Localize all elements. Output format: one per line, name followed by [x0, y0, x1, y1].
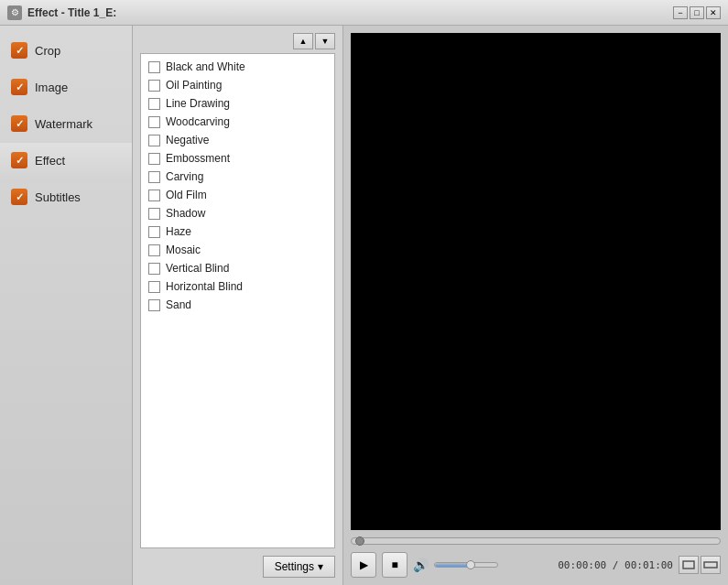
- effect-item-label: Woodcarving: [166, 115, 230, 128]
- title-bar: ⚙ Effect - Title 1_E: − □ ✕: [0, 0, 728, 26]
- image-label: Image: [35, 81, 68, 94]
- effect-item-label: Sand: [166, 298, 191, 311]
- sidebar-item-effect[interactable]: ✓ Effect: [0, 143, 132, 178]
- main-layout: ✓ Crop ✓ Image ✓ Watermark ✓ Effect ✓ Su…: [0, 26, 728, 585]
- effect-item-checkbox[interactable]: [148, 226, 160, 238]
- settings-button[interactable]: Settings ▾: [263, 556, 335, 578]
- effect-list-item[interactable]: Line Drawing: [141, 94, 334, 113]
- watermark-label: Watermark: [35, 117, 92, 131]
- sidebar-item-subtitles[interactable]: ✓ Subtitles: [0, 179, 132, 214]
- effect-item-checkbox[interactable]: [148, 281, 160, 293]
- effect-label: Effect: [35, 154, 65, 168]
- effect-list-item[interactable]: Old Film: [141, 186, 334, 204]
- play-button[interactable]: ▶: [351, 552, 376, 578]
- settings-label: Settings: [275, 560, 314, 573]
- effect-item-label: Vertical Blind: [166, 262, 229, 275]
- sidebar: ✓ Crop ✓ Image ✓ Watermark ✓ Effect ✓ Su…: [0, 26, 133, 585]
- effect-item-checkbox[interactable]: [148, 98, 160, 110]
- aspect-16-9-button[interactable]: [701, 556, 721, 574]
- effect-item-label: Haze: [166, 225, 191, 238]
- app-icon: ⚙: [7, 5, 22, 20]
- effect-list-item[interactable]: Horizontal Blind: [141, 277, 334, 296]
- title-buttons: − □ ✕: [673, 6, 721, 19]
- effect-item-checkbox[interactable]: [148, 190, 160, 201]
- stop-icon: ■: [391, 558, 397, 571]
- time-display: 00:00:00 / 00:01:00: [504, 559, 673, 571]
- time-total: 00:01:00: [625, 559, 673, 571]
- aspect-4-3-button[interactable]: [679, 556, 699, 574]
- effect-item-checkbox[interactable]: [148, 116, 160, 128]
- svg-rect-0: [683, 561, 694, 569]
- center-panel: ▲ ▼ Black and WhiteOil PaintingLine Draw…: [133, 26, 343, 585]
- effect-item-label: Embossment: [166, 152, 230, 165]
- restore-button[interactable]: □: [690, 6, 704, 19]
- effect-item-checkbox[interactable]: [148, 171, 160, 183]
- volume-icon: 🔊: [413, 558, 429, 572]
- settings-arrow-icon: ▾: [318, 560, 323, 573]
- subtitles-label: Subtitles: [35, 190, 81, 204]
- volume-fill: [435, 563, 469, 567]
- sidebar-item-crop[interactable]: ✓ Crop: [0, 33, 132, 68]
- minimize-button[interactable]: −: [673, 6, 688, 19]
- effect-item-checkbox[interactable]: [148, 80, 160, 92]
- video-progress-bar[interactable]: [351, 537, 721, 545]
- effect-item-checkbox[interactable]: [148, 153, 160, 165]
- progress-thumb[interactable]: [355, 536, 364, 546]
- effect-list-item[interactable]: Carving: [141, 168, 334, 186]
- volume-thumb[interactable]: [466, 560, 475, 569]
- video-preview: [351, 33, 721, 530]
- player-controls: ▶ ■ 🔊 00:00:00 / 00:01:00: [343, 548, 728, 585]
- time-current: 00:00:00: [558, 559, 606, 571]
- effect-item-label: Carving: [166, 170, 203, 183]
- aspect-4-3-icon: [682, 560, 695, 569]
- window-title: Effect - Title 1_E:: [27, 6, 116, 19]
- effect-list-item[interactable]: Negative: [141, 131, 334, 149]
- scroll-buttons: ▲ ▼: [140, 33, 335, 49]
- effect-item-checkbox[interactable]: [148, 208, 160, 220]
- effect-item-label: Mosaic: [166, 244, 201, 256]
- aspect-16-9-icon: [703, 560, 718, 569]
- sidebar-item-watermark[interactable]: ✓ Watermark: [0, 106, 132, 141]
- effect-list-item[interactable]: Oil Painting: [141, 76, 334, 94]
- stop-button[interactable]: ■: [382, 552, 407, 578]
- close-button[interactable]: ✕: [706, 6, 721, 19]
- scroll-up-button[interactable]: ▲: [293, 33, 313, 49]
- watermark-checkbox[interactable]: ✓: [11, 115, 27, 132]
- title-bar-left: ⚙ Effect - Title 1_E:: [7, 5, 116, 20]
- effects-list: Black and WhiteOil PaintingLine DrawingW…: [140, 53, 335, 548]
- subtitles-checkbox[interactable]: ✓: [11, 189, 27, 205]
- effect-item-checkbox[interactable]: [148, 244, 160, 256]
- effect-list-item[interactable]: Embossment: [141, 149, 334, 168]
- effect-list-item[interactable]: Haze: [141, 222, 334, 241]
- effect-list-item[interactable]: Black and White: [141, 58, 334, 76]
- effect-list-item[interactable]: Sand: [141, 296, 334, 314]
- effect-list-item[interactable]: Mosaic: [141, 241, 334, 259]
- crop-checkbox[interactable]: ✓: [11, 42, 27, 59]
- effect-item-checkbox[interactable]: [148, 299, 160, 311]
- scroll-down-button[interactable]: ▼: [315, 33, 335, 49]
- effect-item-checkbox[interactable]: [148, 61, 160, 73]
- effect-item-label: Old Film: [166, 189, 207, 201]
- effect-item-label: Oil Painting: [166, 79, 222, 92]
- effect-item-label: Black and White: [166, 60, 245, 73]
- effect-item-label: Horizontal Blind: [166, 280, 243, 293]
- settings-area: Settings ▾: [140, 556, 335, 578]
- right-panel: ▶ ■ 🔊 00:00:00 / 00:01:00: [343, 26, 728, 585]
- effect-item-checkbox[interactable]: [148, 263, 160, 275]
- effect-item-label: Negative: [166, 134, 209, 146]
- effect-list-item[interactable]: Shadow: [141, 204, 334, 222]
- sidebar-item-image[interactable]: ✓ Image: [0, 70, 132, 104]
- volume-slider[interactable]: [434, 562, 498, 568]
- effect-checkbox[interactable]: ✓: [11, 152, 27, 168]
- aspect-ratio-buttons: [679, 556, 721, 574]
- effect-item-label: Shadow: [166, 207, 205, 220]
- image-checkbox[interactable]: ✓: [11, 79, 27, 95]
- time-separator: /: [606, 559, 625, 571]
- play-icon: ▶: [360, 558, 368, 571]
- crop-label: Crop: [35, 44, 60, 58]
- effect-list-item[interactable]: Woodcarving: [141, 113, 334, 131]
- effect-list-item[interactable]: Vertical Blind: [141, 259, 334, 277]
- svg-rect-1: [704, 562, 717, 568]
- effect-item-checkbox[interactable]: [148, 135, 160, 146]
- effect-item-label: Line Drawing: [166, 97, 230, 110]
